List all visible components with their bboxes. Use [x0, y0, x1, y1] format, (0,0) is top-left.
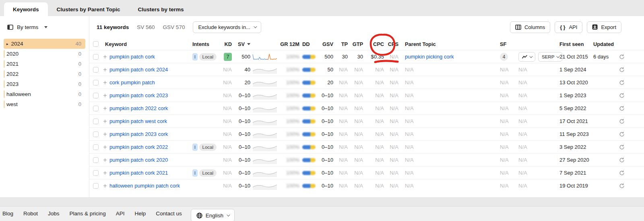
- tab[interactable]: Clusters by Parent Topic: [48, 2, 129, 16]
- keyword-link[interactable]: pumpkin patch cork 2022: [109, 144, 168, 150]
- keyword-link[interactable]: pumpkin patch 2022 cork: [109, 105, 168, 111]
- header-keyword[interactable]: Keyword: [101, 41, 189, 47]
- footer-link[interactable]: API: [116, 211, 125, 217]
- add-keyword-icon[interactable]: +: [103, 67, 107, 73]
- refresh-icon[interactable]: [619, 131, 625, 137]
- refresh-icon[interactable]: [619, 54, 625, 60]
- term-filter-item[interactable]: west 0: [4, 99, 85, 109]
- row-checkbox[interactable]: [93, 54, 99, 60]
- add-keyword-icon[interactable]: +: [103, 183, 107, 189]
- keyword-link[interactable]: pumpkin patch west cork: [109, 118, 167, 124]
- add-keyword-icon[interactable]: +: [103, 144, 107, 150]
- export-button[interactable]: Export: [587, 21, 621, 33]
- header-dd[interactable]: DD: [299, 41, 316, 47]
- term-filter-item[interactable]: 2023 0: [4, 79, 85, 89]
- header-cps[interactable]: CPS: [384, 41, 398, 47]
- header-intents[interactable]: Intents: [189, 41, 217, 47]
- gr-12m-value-blurred: 100%: [286, 170, 299, 176]
- table-row: + pumpkin patch cork 2024 N/A 40: [89, 63, 644, 76]
- header-gtp[interactable]: GTP: [348, 41, 363, 47]
- tab[interactable]: Clusters by terms: [129, 2, 193, 16]
- parent-topic-link[interactable]: pumpkin picking cork: [405, 54, 454, 60]
- refresh-icon[interactable]: [619, 183, 625, 189]
- header-kd[interactable]: KD: [217, 41, 232, 47]
- row-checkbox[interactable]: [93, 183, 99, 189]
- keyword-link[interactable]: pumpkin patch cork: [109, 54, 155, 60]
- term-filter-list: ▸ 2024 40 2020 0 2021 0: [0, 38, 89, 109]
- refresh-icon[interactable]: [619, 93, 625, 98]
- row-checkbox[interactable]: [93, 80, 99, 85]
- volume-trend-sparkline-flat: [252, 117, 278, 125]
- add-keyword-icon[interactable]: +: [103, 157, 107, 163]
- row-checkbox[interactable]: [93, 144, 99, 150]
- row-checkbox[interactable]: [93, 93, 99, 98]
- footer-link[interactable]: Plans & pricing: [70, 211, 106, 217]
- header-cpc[interactable]: CPC: [363, 41, 384, 47]
- refresh-icon[interactable]: [619, 144, 625, 150]
- columns-button[interactable]: Columns: [510, 21, 550, 33]
- row-checkbox[interactable]: [93, 119, 99, 124]
- keyword-link[interactable]: halloween pumpkin patch cork: [109, 183, 180, 189]
- term-filter-item[interactable]: halloween 0: [4, 89, 85, 99]
- header-sv-sorted[interactable]: SV: [232, 41, 250, 47]
- by-terms-label: By terms: [17, 24, 38, 30]
- keyword-link[interactable]: pumpkin patch cork 2020: [109, 157, 168, 163]
- add-keyword-icon[interactable]: +: [103, 131, 107, 138]
- dd-indicator-blurred: [302, 68, 316, 72]
- row-checkbox[interactable]: [93, 131, 99, 137]
- term-filter-item[interactable]: 2021 0: [4, 59, 85, 69]
- footer-link[interactable]: Contact us: [156, 211, 182, 217]
- header-gr-12m[interactable]: GR 12M: [279, 41, 299, 47]
- header-first-seen[interactable]: First seen: [556, 41, 591, 47]
- exclude-keywords-dropdown[interactable]: Exclude keywords in...: [193, 21, 261, 33]
- add-keyword-icon[interactable]: +: [103, 92, 107, 99]
- add-keyword-icon[interactable]: +: [103, 118, 107, 125]
- api-button[interactable]: { } API: [555, 21, 582, 33]
- header-parent-topic[interactable]: Parent Topic: [398, 41, 497, 47]
- row-checkbox[interactable]: [93, 170, 99, 176]
- sv-value: 0–10: [239, 157, 250, 163]
- footer-link[interactable]: Blog: [2, 211, 13, 217]
- refresh-icon[interactable]: [619, 119, 625, 124]
- select-all-checkbox[interactable]: [93, 41, 99, 47]
- row-checkbox[interactable]: [93, 67, 99, 73]
- add-keyword-icon[interactable]: +: [103, 54, 107, 60]
- cpc-value: N/A: [375, 79, 384, 85]
- add-keyword-icon[interactable]: +: [103, 105, 107, 112]
- add-keyword-icon[interactable]: +: [103, 79, 107, 86]
- keyword-link[interactable]: pumpkin patch 2023 cork: [109, 131, 168, 137]
- add-keyword-icon[interactable]: +: [103, 170, 107, 176]
- sv-value: 0–10: [239, 118, 250, 124]
- gsv-total: GSV 570: [163, 24, 185, 30]
- keyword-link[interactable]: pumpkin patch cork 2023: [109, 92, 168, 98]
- tab[interactable]: Keywords: [4, 2, 48, 16]
- header-updated[interactable]: Updated: [591, 41, 616, 47]
- position-history-button[interactable]: [518, 52, 535, 62]
- row-checkbox[interactable]: [93, 157, 99, 163]
- by-terms-dropdown[interactable]: By terms: [0, 16, 89, 38]
- footer-link[interactable]: Robot: [23, 211, 38, 217]
- refresh-icon[interactable]: [619, 157, 625, 163]
- refresh-icon[interactable]: [619, 106, 625, 111]
- term-filter-item[interactable]: 2020 0: [4, 49, 85, 59]
- header-tp[interactable]: TP: [333, 41, 348, 47]
- table-row: + pumpkin patch 2023 cork N/A 0–10: [89, 127, 644, 140]
- term-filter-item[interactable]: ▸ 2024 40: [4, 39, 85, 49]
- sf-value: N/A: [500, 157, 509, 163]
- keyword-link[interactable]: cork pumpkin patch: [109, 79, 155, 85]
- header-sf[interactable]: SF: [497, 41, 515, 47]
- row-checkbox[interactable]: [93, 106, 99, 111]
- term-filter-item[interactable]: 2022 0: [4, 69, 85, 79]
- footer-link[interactable]: Jobs: [48, 211, 60, 217]
- footer-link[interactable]: Help: [134, 211, 146, 217]
- dd-indicator-blurred: [302, 132, 316, 136]
- keyword-link[interactable]: pumpkin patch cork 2024: [109, 67, 168, 73]
- refresh-icon[interactable]: [619, 170, 625, 176]
- cpc-value: N/A: [375, 144, 384, 150]
- refresh-icon[interactable]: [619, 80, 625, 85]
- keyword-link[interactable]: pumpkin patch cork 2021: [109, 170, 168, 176]
- refresh-icon[interactable]: [619, 67, 625, 73]
- language-selector[interactable]: English: [191, 209, 235, 221]
- dd-indicator-blurred: [302, 145, 316, 149]
- header-gsv[interactable]: GSV: [316, 41, 333, 47]
